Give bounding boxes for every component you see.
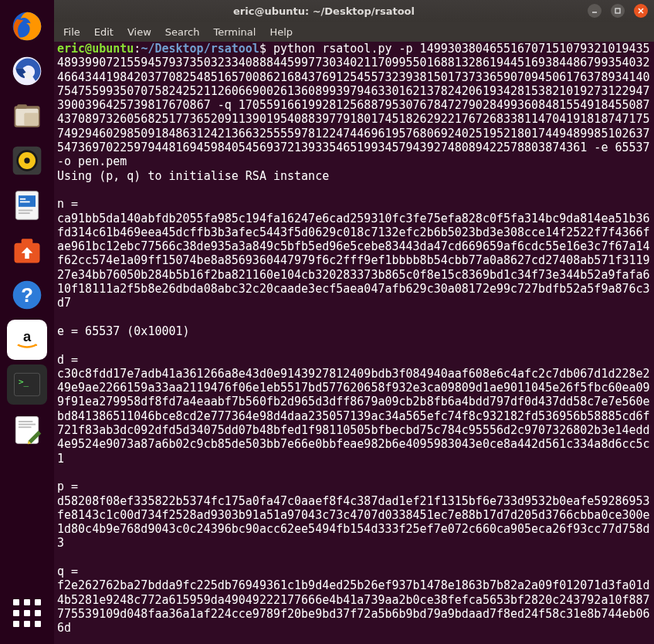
svg-rect-15: [19, 210, 32, 212]
thunderbird-icon[interactable]: [7, 51, 47, 91]
prompt-userhost: eric@ubuntu: [57, 42, 134, 56]
close-button[interactable]: [634, 4, 648, 18]
svg-rect-14: [20, 202, 30, 203]
writer-icon[interactable]: [7, 185, 47, 225]
svg-point-9: [24, 158, 29, 163]
dock: ? a >_: [0, 0, 54, 644]
titlebar[interactable]: eric@ubuntu: ~/Desktop/rsatool: [54, 0, 654, 22]
svg-rect-18: [22, 239, 33, 244]
q-value: f2e262762ba27bdda9fc225db76949361c1b9d4e…: [57, 578, 650, 635]
minimize-button[interactable]: [588, 4, 601, 18]
menu-view[interactable]: View: [127, 26, 151, 38]
amazon-icon[interactable]: a: [7, 320, 47, 360]
q-label: q =: [57, 564, 78, 578]
terminal-window: eric@ubuntu: ~/Desktop/rsatool File Edit…: [54, 0, 654, 644]
window-title: eric@ubuntu: ~/Desktop/rsatool: [60, 5, 588, 17]
svg-rect-26: [19, 424, 36, 425]
files-icon[interactable]: [7, 96, 47, 136]
e-line: e = 65537 (0x10001): [57, 324, 190, 338]
menu-terminal[interactable]: Terminal: [213, 26, 256, 38]
svg-text:>_: >_: [19, 377, 29, 387]
rhythmbox-icon[interactable]: [7, 141, 47, 181]
p-value: d58208f08ef335822b5374fc175a0fa47c0aaef8…: [57, 494, 650, 551]
show-applications-button[interactable]: [7, 593, 47, 633]
svg-text:?: ?: [21, 284, 33, 306]
menubar: File Edit View Search Terminal Help: [54, 22, 654, 42]
prompt-path: ~/Desktop/rsatool: [141, 42, 259, 56]
svg-rect-13: [20, 198, 25, 200]
window-controls: [588, 4, 648, 18]
menu-edit[interactable]: Edit: [94, 26, 114, 38]
svg-rect-4: [17, 104, 27, 109]
texteditor-icon[interactable]: [7, 409, 47, 449]
svg-rect-16: [19, 212, 30, 214]
help-icon[interactable]: ?: [7, 275, 47, 315]
terminal-dock-icon[interactable]: >_: [7, 364, 47, 405]
svg-text:a: a: [23, 328, 32, 344]
firefox-icon[interactable]: [7, 6, 47, 46]
software-icon[interactable]: [7, 230, 47, 270]
maximize-button[interactable]: [611, 4, 625, 18]
prompt-sigil: $: [259, 42, 266, 56]
svg-rect-29: [615, 8, 620, 13]
svg-rect-5: [24, 113, 38, 126]
desktop: ? a >_ eric@ubuntu: ~/Desktop/rsatool: [0, 0, 654, 644]
menu-help[interactable]: Help: [269, 26, 293, 38]
n-label: n =: [57, 197, 78, 211]
svg-rect-27: [19, 426, 32, 428]
d-value: c30c8fdd17e7adb41a361266a8e43d0e91439278…: [57, 367, 650, 466]
command-line: python rsatool.py -p 1499303804655167071…: [57, 42, 654, 168]
n-value: ca91bb5da140abfdb2055fa985c194fa16247e6c…: [57, 212, 650, 310]
d-label: d =: [57, 353, 78, 367]
menu-search[interactable]: Search: [165, 26, 200, 38]
p-label: p =: [57, 480, 78, 493]
terminal-output[interactable]: eric@ubuntu:~/Desktop/rsatool$ python rs…: [54, 42, 654, 644]
output-init: Using (p, q) to initialise RSA instance: [57, 169, 329, 183]
menu-file[interactable]: File: [63, 26, 80, 38]
svg-rect-25: [19, 421, 32, 422]
